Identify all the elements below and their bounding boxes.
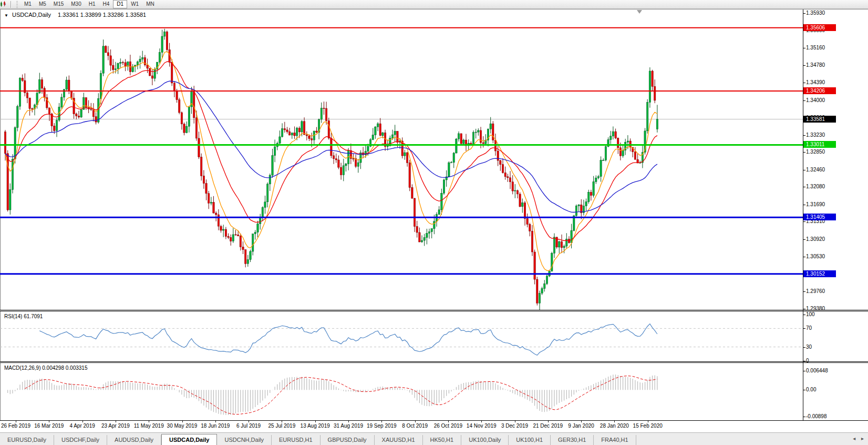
tab-hk50-h1[interactable]: HK50,H1 (423, 435, 462, 445)
rsi-chart[interactable] (0, 311, 803, 361)
tab-usdchf-daily[interactable]: USDCHF,Daily (54, 435, 107, 445)
time-tick-mark (581, 420, 582, 422)
date-label: 18 Jun 2019 (201, 423, 230, 429)
date-label: 26 Oct 2019 (434, 423, 462, 429)
date-label: 28 Jan 2020 (600, 423, 629, 429)
tab-eurusd-h1[interactable]: EURUSD,H1 (272, 435, 321, 445)
macd-chart[interactable] (0, 363, 803, 420)
price-tick-label: 1.29760 (806, 288, 825, 294)
timeframe-w1[interactable]: W1 (127, 0, 142, 8)
price-level-badge: 1.34206 (803, 87, 836, 94)
tab-usdcad-daily[interactable]: USDCAD,Daily (161, 434, 217, 445)
macd-tick-mark (803, 371, 805, 371)
price-tick-mark (803, 309, 805, 309)
toolbar-separator (11, 1, 12, 8)
date-label: 19 Sep 2019 (367, 423, 397, 429)
chart-type-button[interactable]: ▾ (2, 2, 7, 7)
toolbar-grip[interactable] (16, 1, 18, 8)
date-label: 21 Dec 2019 (533, 423, 563, 429)
price-tick-mark (803, 135, 805, 136)
tab-scroll-left-button[interactable]: ◂ (853, 436, 857, 441)
panel-splitter-macd[interactable] (0, 361, 868, 363)
rsi-tick-label: 100 (806, 311, 815, 317)
price-tick-mark (803, 48, 805, 48)
chart-shift-marker[interactable] (637, 10, 642, 14)
candlestick-chart-icon (0, 1, 7, 7)
price-tick-mark (803, 83, 805, 83)
timeframe-m15[interactable]: M15 (50, 0, 67, 8)
time-tick-mark (182, 420, 183, 422)
date-label: 9 Jan 2020 (568, 423, 594, 429)
time-tick-mark (215, 420, 216, 422)
rsi-levels (0, 328, 803, 347)
time-tick-mark (415, 420, 416, 422)
price-tick-label: 1.35930 (806, 10, 825, 16)
tab-uk100-daily[interactable]: UK100,Daily (461, 435, 509, 445)
time-tick-mark (448, 420, 449, 422)
price-tick-label: 1.32080 (806, 184, 825, 189)
tab-eurusd-daily[interactable]: EURUSD,Daily (0, 435, 54, 445)
tab-xauusd-h1[interactable]: XAUUSD,H1 (375, 435, 423, 445)
collapse-triangle-icon[interactable]: ▼ (4, 13, 8, 18)
time-axis-border (0, 420, 868, 421)
date-label: 16 Mar 2019 (34, 423, 64, 429)
tab-ger30-h1[interactable]: GER30,H1 (551, 435, 594, 445)
tab-scroll-right-button[interactable]: ▸ (861, 436, 866, 441)
time-tick-mark (614, 420, 615, 422)
price-tick-label: 1.32850 (806, 149, 825, 155)
price-tick-mark (803, 205, 805, 205)
timeframe-m1[interactable]: M1 (20, 0, 35, 8)
main-price-chart[interactable] (0, 9, 803, 310)
date-label: 6 Jul 2019 (236, 423, 261, 429)
tab-audusd-daily[interactable]: AUDUSD,Daily (107, 435, 161, 445)
tab-fra40-h1[interactable]: FRA40,H1 (594, 435, 636, 445)
macd-tick-label: 0.00 (806, 387, 816, 392)
timeframe-m5[interactable]: M5 (35, 0, 50, 8)
rsi-tick-mark (803, 315, 805, 315)
price-tick-label: 1.31690 (806, 201, 825, 207)
timeframe-mn[interactable]: MN (142, 0, 158, 8)
tab-uk100-h1[interactable]: UK100,H1 (509, 435, 551, 445)
price-tick-label: 1.35160 (806, 45, 825, 50)
timeframe-h1[interactable]: H1 (85, 0, 99, 8)
symbol-period-label: USDCAD,Daily (12, 12, 51, 18)
time-tick-mark (315, 420, 316, 422)
time-tick-mark (116, 420, 116, 422)
macd-tick-mark (803, 390, 805, 390)
price-tick-mark (803, 152, 805, 153)
date-label: 15 Feb 2020 (633, 423, 663, 429)
time-tick-mark (548, 420, 549, 422)
timeframe-h4[interactable]: H4 (99, 0, 113, 8)
date-label: 11 May 2019 (134, 423, 164, 429)
macd-signal-line (25, 376, 657, 414)
rsi-indicator-label: RSI(14) 61.7091 (4, 313, 43, 319)
date-label: 30 May 2019 (167, 423, 198, 429)
panel-splitter-rsi[interactable] (0, 310, 868, 311)
price-level-badge: 1.33011 (803, 141, 836, 148)
time-tick-mark (249, 420, 249, 422)
macd-tick-label: 0.006448 (806, 368, 828, 373)
price-tick-label: 1.32460 (806, 167, 825, 173)
mt4-window: ▾ M1M5M15M30H1H4D1W1MN ▼ USDCAD,Daily 1.… (0, 0, 868, 445)
rsi-tick-label: 70 (806, 325, 812, 331)
timeframe-d1[interactable]: D1 (113, 0, 127, 8)
rsi-tick-label: 30 (806, 344, 812, 350)
price-tick-label: 1.30920 (806, 236, 825, 242)
price-tick-mark (803, 257, 805, 257)
price-tick-mark (803, 291, 805, 292)
price-tick-label: 1.29380 (806, 306, 825, 311)
date-label: 13 Aug 2019 (301, 423, 330, 429)
tab-gbpusd-daily[interactable]: GBPUSD,Daily (321, 435, 375, 445)
time-tick-mark (82, 420, 83, 422)
rsi-tick-mark (803, 361, 805, 361)
tab-usdcnh-daily[interactable]: USDCNH,Daily (217, 435, 272, 445)
price-tick-mark (803, 100, 805, 101)
timeframe-m30[interactable]: M30 (67, 0, 85, 8)
ohlc-quote-label: 1.33361 1.33899 1.33286 1.33581 (58, 12, 146, 18)
date-label: 23 Apr 2019 (101, 423, 130, 429)
chart-title: ▼ USDCAD,Daily 1.33361 1.33899 1.33286 1… (4, 12, 146, 18)
timeframe-toolbar: ▾ M1M5M15M30H1H4D1W1MN (0, 0, 868, 9)
price-tick-mark (803, 239, 805, 240)
price-tick-label: 1.34390 (806, 79, 825, 85)
date-label: 26 Feb 2019 (1, 423, 30, 429)
